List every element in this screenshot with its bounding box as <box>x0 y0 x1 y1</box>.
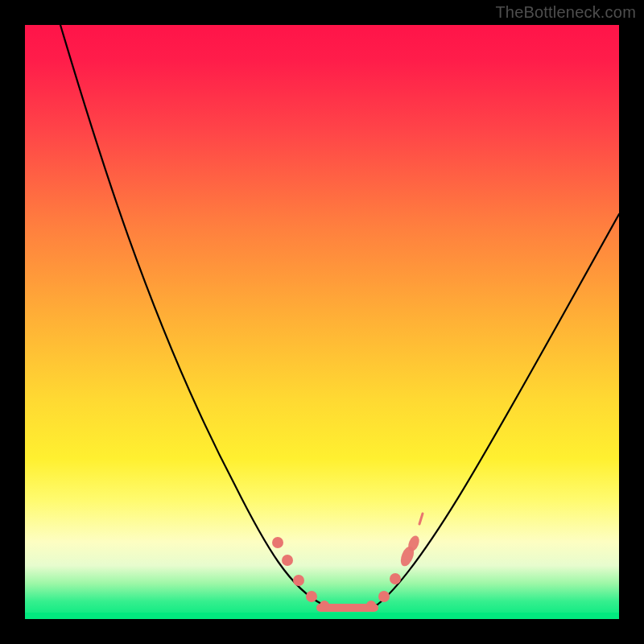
marker-dot <box>320 601 329 610</box>
marker-dot <box>366 601 376 610</box>
marker-dot <box>390 573 401 584</box>
marker-tick <box>419 514 423 524</box>
marker-dot <box>282 555 293 566</box>
watermark-text: TheBottleneck.com <box>495 3 636 22</box>
bottleneck-curve-svg <box>25 25 619 619</box>
chart-frame: TheBottleneck.com <box>0 0 644 644</box>
marker-dot <box>293 575 304 586</box>
curve-left-branch <box>60 25 323 605</box>
marker-dot <box>272 537 283 548</box>
marker-dot <box>378 591 390 602</box>
plot-area <box>25 25 619 619</box>
marker-dot <box>306 591 317 602</box>
